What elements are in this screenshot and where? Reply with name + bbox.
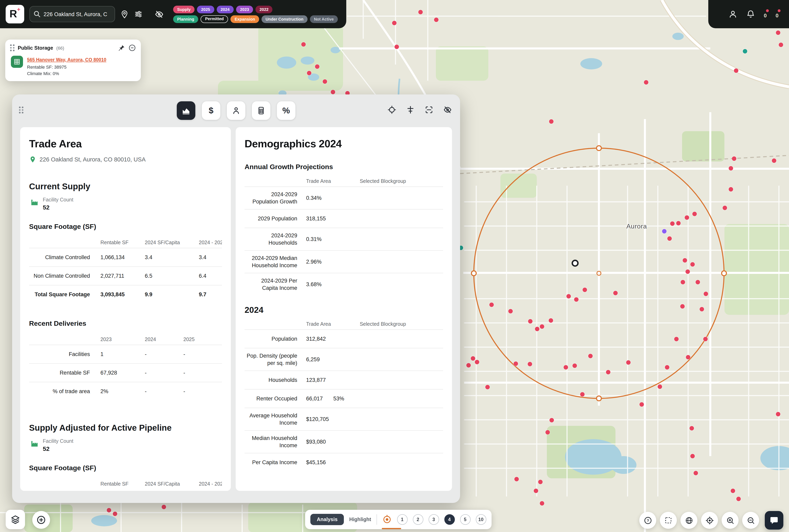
facility-dot[interactable] (694, 471, 698, 475)
facility-dot[interactable] (549, 318, 553, 323)
analysis-mode-button[interactable]: Analysis (310, 514, 344, 525)
facility-dot[interactable] (729, 166, 733, 171)
facility-dot[interactable] (580, 392, 584, 397)
facility-dot[interactable] (392, 21, 397, 25)
facility-dot[interactable] (514, 477, 519, 481)
facility-dot[interactable] (534, 489, 538, 493)
facility-dot[interactable] (588, 354, 593, 358)
radius-2-button[interactable]: 2 (413, 514, 423, 525)
facility-dot[interactable] (692, 212, 697, 216)
facility-dot[interactable] (743, 49, 747, 54)
facility-dot[interactable] (670, 222, 675, 226)
locate-pin-button[interactable] (120, 10, 129, 18)
select-area-button[interactable] (660, 512, 677, 529)
hide-panel-button[interactable] (443, 106, 452, 114)
facility-dot[interactable] (475, 360, 479, 364)
facility-dot[interactable] (508, 309, 513, 314)
facility-address-link[interactable]: 565 Hanover Way, Aurora, CO 80010 (27, 57, 107, 62)
facility-dot[interactable] (686, 355, 690, 359)
facility-dot[interactable] (723, 206, 727, 210)
filter-pill-2025[interactable]: 2025 (197, 5, 214, 13)
facility-dot[interactable] (696, 280, 700, 284)
facility-dot[interactable] (665, 365, 669, 369)
facility-dot[interactable] (301, 42, 306, 46)
radius-1-button[interactable]: 1 (397, 514, 407, 525)
facility-dot[interactable] (489, 303, 494, 307)
drag-handle-icon[interactable] (10, 44, 15, 51)
radius-5-button[interactable]: 5 (460, 514, 470, 525)
account-button[interactable] (728, 10, 737, 19)
facility-dot[interactable] (113, 512, 117, 516)
filter-pill-2023[interactable]: 2023 (236, 5, 253, 13)
filter-pill-planning[interactable]: Planning (173, 15, 198, 23)
facility-dot[interactable] (564, 365, 568, 369)
facility-dot[interactable] (639, 402, 644, 407)
facility-dot[interactable] (658, 384, 662, 389)
facility-dot[interactable] (418, 10, 423, 14)
highlight-mode-button[interactable]: Highlight (349, 517, 371, 522)
facility-dot[interactable] (471, 356, 475, 361)
facility-dot[interactable] (323, 79, 327, 84)
hide-layers-button[interactable] (155, 10, 164, 19)
facility-dot[interactable] (528, 319, 533, 324)
center-map-button[interactable] (701, 512, 718, 529)
facility-dot[interactable] (729, 187, 733, 192)
facility-dot[interactable] (690, 454, 695, 458)
facility-dot[interactable] (772, 158, 776, 163)
facility-dot[interactable] (704, 292, 708, 296)
filter-pill-2022[interactable]: 2022 (255, 5, 273, 13)
facility-dot[interactable] (680, 304, 685, 309)
facility-dot[interactable] (779, 43, 783, 47)
facility-dot[interactable] (667, 236, 672, 241)
facility-dot[interactable] (107, 508, 111, 512)
facility-dot[interactable] (776, 412, 780, 416)
filter-pill-under-construction[interactable]: Under Construction (262, 15, 308, 23)
facility-dot[interactable] (686, 269, 690, 274)
tab-financial[interactable]: $ (202, 101, 220, 120)
facility-dot[interactable] (606, 370, 611, 374)
facility-dot[interactable] (514, 361, 518, 366)
panel-drag-handle-icon[interactable] (19, 107, 23, 113)
facility-dot[interactable] (690, 262, 695, 267)
zoom-in-button[interactable] (721, 512, 738, 529)
facility-dot[interactable] (485, 385, 490, 389)
facility-dot[interactable] (682, 258, 687, 263)
radius-3-button[interactable]: 3 (428, 514, 439, 525)
facility-dot[interactable] (690, 426, 694, 431)
facility-dot[interactable] (434, 18, 439, 22)
facility-dot[interactable] (674, 337, 679, 341)
add-location-button[interactable] (32, 511, 50, 529)
facility-dot[interactable] (331, 90, 335, 94)
facility-dot[interactable] (574, 297, 579, 302)
radius-10-button[interactable]: 10 (476, 514, 486, 525)
chat-support-button[interactable] (765, 511, 783, 530)
facility-dot[interactable] (676, 221, 681, 225)
filter-pill-2024[interactable]: 2024 (216, 5, 234, 13)
facility-dot[interactable] (540, 501, 544, 506)
facility-dot[interactable] (535, 327, 539, 331)
radius-tool-icon[interactable] (382, 515, 392, 524)
notifications-bell-button[interactable] (746, 10, 755, 19)
basemap-globe-button[interactable] (680, 512, 697, 529)
facility-dot[interactable] (685, 215, 689, 220)
facility-dot[interactable] (703, 337, 708, 341)
tab-supply-chart[interactable] (177, 101, 195, 120)
radius-4-button[interactable]: 4 (444, 514, 455, 525)
filter-pill-permitted[interactable]: Permitted (200, 15, 228, 23)
facility-dot[interactable] (734, 69, 738, 73)
facility-dot[interactable] (736, 497, 741, 501)
facility-dot[interactable] (681, 280, 685, 284)
help-button[interactable]: ? (639, 512, 656, 529)
facility-dot[interactable] (549, 119, 554, 124)
facility-dot[interactable] (545, 430, 550, 435)
pin-card-button[interactable] (118, 44, 125, 52)
tab-percent[interactable]: % (277, 101, 295, 120)
tab-calculator[interactable] (252, 101, 270, 120)
facility-dot[interactable] (540, 324, 544, 329)
facility-dot[interactable] (662, 229, 667, 233)
facility-dot[interactable] (613, 291, 618, 295)
facility-dot[interactable] (699, 307, 704, 311)
filter-settings-button[interactable] (134, 10, 143, 19)
collapse-card-button[interactable] (128, 44, 136, 52)
facility-dot[interactable] (466, 363, 471, 367)
